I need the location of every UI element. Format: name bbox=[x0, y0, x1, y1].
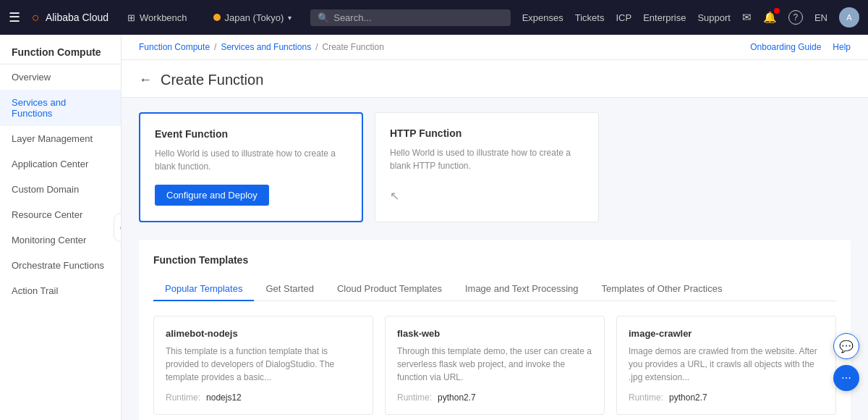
http-function-desc: Hello World is used to illustrate how to… bbox=[390, 146, 584, 172]
breadcrumb-fc[interactable]: Function Compute bbox=[139, 42, 210, 52]
sidebar-label-resource: Resource Center bbox=[12, 209, 82, 220]
sidebar: Function Compute Overview Services and F… bbox=[0, 35, 122, 420]
tab-image-text[interactable]: Image and Text Processing bbox=[454, 277, 590, 301]
event-function-card[interactable]: Event Function Hello World is used to il… bbox=[139, 112, 363, 222]
workbench-label: Workbench bbox=[140, 12, 187, 23]
contact-button[interactable]: ⋯ bbox=[833, 365, 859, 391]
sidebar-label-actiontrail: Action Trail bbox=[12, 285, 58, 296]
region-selector[interactable]: Japan (Tokyo) ▾ bbox=[206, 9, 299, 26]
breadcrumb-right: Onboarding Guide Help bbox=[750, 42, 851, 52]
expenses-link[interactable]: Expenses bbox=[522, 12, 563, 23]
logo-text: Alibaba Cloud bbox=[46, 12, 109, 23]
hamburger-icon[interactable]: ☰ bbox=[9, 9, 20, 25]
runtime-label-2: Runtime: bbox=[629, 392, 663, 403]
template-runtime-flask: Runtime: python2.7 bbox=[397, 392, 592, 403]
main-layout: Function Compute Overview Services and F… bbox=[0, 35, 868, 420]
sidebar-label-monitoring: Monitoring Center bbox=[12, 235, 86, 245]
help-link[interactable]: Help bbox=[833, 42, 851, 52]
support-link[interactable]: Support bbox=[697, 12, 731, 23]
page-title: Create Function bbox=[161, 72, 263, 88]
notification-bell[interactable]: 🔔 bbox=[763, 11, 777, 24]
runtime-value-2: python2.7 bbox=[669, 392, 707, 403]
tickets-link[interactable]: Tickets bbox=[575, 12, 605, 23]
sidebar-collapse-button[interactable]: ‹ bbox=[114, 213, 122, 242]
feedback-buttons: 💬 ⋯ bbox=[833, 333, 859, 391]
sidebar-label-services: Services and Functions bbox=[12, 97, 109, 119]
sidebar-label-orchestrate: Orchestrate Functions bbox=[12, 260, 104, 271]
sidebar-item-actiontrail[interactable]: Action Trail bbox=[0, 278, 121, 303]
tab-other-practices[interactable]: Templates of Other Practices bbox=[590, 277, 734, 301]
breadcrumb-current: Create Function bbox=[322, 42, 383, 52]
top-nav: ☰ ○ Alibaba Cloud ⊞ Workbench Japan (Tok… bbox=[0, 0, 868, 35]
sidebar-label-appcenter: Application Center bbox=[12, 159, 88, 169]
region-dot bbox=[213, 14, 221, 21]
sidebar-item-overview[interactable]: Overview bbox=[0, 64, 121, 90]
onboarding-guide-link[interactable]: Onboarding Guide bbox=[750, 42, 821, 52]
http-function-card[interactable]: HTTP Function Hello World is used to ill… bbox=[375, 112, 599, 222]
runtime-label-1: Runtime: bbox=[397, 392, 432, 403]
breadcrumb-sep1: / bbox=[214, 42, 216, 52]
runtime-value-0: nodejs12 bbox=[206, 392, 242, 403]
workbench-icon: ⊞ bbox=[127, 12, 135, 23]
icp-link[interactable]: ICP bbox=[616, 12, 631, 23]
runtime-label-0: Runtime: bbox=[166, 392, 200, 403]
http-function-title: HTTP Function bbox=[390, 127, 584, 139]
enterprise-link[interactable]: Enterprise bbox=[643, 12, 686, 23]
template-desc-alimebot: This template is a function template tha… bbox=[166, 345, 361, 384]
template-name-crawler: image-crawler bbox=[629, 328, 824, 339]
sidebar-title: Function Compute bbox=[0, 35, 121, 64]
main-content: Function Compute / Services and Function… bbox=[122, 35, 868, 420]
tab-started[interactable]: Get Started bbox=[254, 277, 325, 301]
chat-feedback-button[interactable]: 💬 bbox=[833, 333, 859, 359]
cursor-indicator: ↖ bbox=[390, 189, 399, 203]
breadcrumb-sep2: / bbox=[315, 42, 318, 52]
template-card-crawler[interactable]: image-crawler Image demos are crawled fr… bbox=[616, 316, 836, 415]
notification-badge bbox=[774, 8, 780, 14]
search-box[interactable]: 🔍 bbox=[310, 9, 510, 26]
back-arrow[interactable]: ← bbox=[139, 72, 152, 88]
sidebar-item-domain[interactable]: Custom Domain bbox=[0, 177, 121, 202]
tab-popular[interactable]: Popular Templates bbox=[153, 277, 254, 301]
sidebar-label-domain: Custom Domain bbox=[12, 184, 79, 195]
workbench-nav[interactable]: ⊞ Workbench bbox=[120, 9, 195, 26]
template-card-flask[interactable]: flask-web Through this template demo, th… bbox=[385, 316, 605, 415]
logo-icon: ○ bbox=[32, 10, 40, 25]
template-runtime-crawler: Runtime: python2.7 bbox=[629, 392, 824, 403]
sidebar-item-appcenter[interactable]: Application Center bbox=[0, 151, 121, 177]
question-icon[interactable]: ? bbox=[788, 10, 803, 25]
template-tabs: Popular Templates Get Started Cloud Prod… bbox=[153, 277, 836, 301]
search-input[interactable] bbox=[333, 12, 503, 23]
logo: ○ Alibaba Cloud bbox=[32, 10, 109, 25]
search-icon: 🔍 bbox=[318, 12, 329, 23]
template-name-flask: flask-web bbox=[397, 328, 592, 339]
function-templates-section: Function Templates Popular Templates Get… bbox=[139, 240, 851, 420]
templates-title: Function Templates bbox=[153, 254, 836, 266]
runtime-value-1: python2.7 bbox=[438, 392, 476, 403]
sidebar-item-layer[interactable]: Layer Management bbox=[0, 126, 121, 151]
content-area: Event Function Hello World is used to il… bbox=[122, 98, 868, 420]
template-desc-flask: Through this template demo, the user can… bbox=[397, 345, 592, 384]
breadcrumb: Function Compute / Services and Function… bbox=[122, 35, 868, 60]
tab-cloud-product[interactable]: Cloud Product Templates bbox=[326, 277, 454, 301]
function-type-cards: Event Function Hello World is used to il… bbox=[139, 112, 851, 222]
sidebar-item-resource[interactable]: Resource Center bbox=[0, 202, 121, 227]
breadcrumb-left: Function Compute / Services and Function… bbox=[139, 42, 384, 52]
sidebar-item-monitoring[interactable]: Monitoring Center bbox=[0, 227, 121, 253]
template-grid: alimebot-nodejs This template is a funct… bbox=[153, 316, 836, 420]
template-runtime-alimebot: Runtime: nodejs12 bbox=[166, 392, 361, 403]
sidebar-item-orchestrate[interactable]: Orchestrate Functions bbox=[0, 253, 121, 278]
mail-icon[interactable]: ✉ bbox=[742, 11, 752, 24]
sidebar-label-overview: Overview bbox=[12, 72, 51, 83]
template-name-alimebot: alimebot-nodejs bbox=[166, 328, 361, 339]
sidebar-item-services[interactable]: Services and Functions bbox=[0, 90, 121, 126]
template-card-alimebot[interactable]: alimebot-nodejs This template is a funct… bbox=[153, 316, 373, 415]
lang-selector[interactable]: EN bbox=[814, 12, 827, 23]
chevron-down-icon: ▾ bbox=[288, 14, 292, 22]
sidebar-label-layer: Layer Management bbox=[12, 133, 93, 144]
page-header: ← Create Function bbox=[122, 60, 868, 98]
avatar[interactable]: A bbox=[839, 7, 859, 28]
configure-deploy-button[interactable]: Configure and Deploy bbox=[155, 185, 269, 206]
breadcrumb-svc[interactable]: Services and Functions bbox=[221, 42, 311, 52]
region-label: Japan (Tokyo) bbox=[225, 12, 284, 23]
event-function-title: Event Function bbox=[155, 128, 347, 140]
